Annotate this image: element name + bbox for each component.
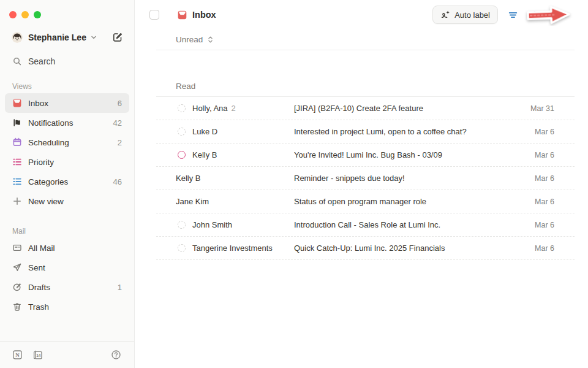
- label-ring-icon: [178, 151, 186, 159]
- page-title: Inbox: [192, 10, 216, 20]
- search-icon: [12, 56, 22, 66]
- contact-status-icon: [178, 104, 186, 112]
- sidebar-item-count: 6: [118, 99, 122, 108]
- main-panel: Inbox Auto label: [135, 0, 588, 368]
- email-subject: Quick Catch-Up: Lumi Inc. 2025 Financial…: [294, 243, 535, 253]
- sidebar-item-notifications[interactable]: Notifications 42: [5, 113, 129, 132]
- contact-status-icon: [178, 244, 186, 252]
- sidebar-item-sent[interactable]: Sent: [5, 258, 129, 277]
- sender-name: Kelly B: [176, 174, 200, 183]
- inbox-icon: [177, 10, 187, 20]
- contact-status-icon: [178, 221, 186, 229]
- email-list: Unread Read Holly, Ana 2 [JIRA] (B2FA-10…: [156, 29, 575, 260]
- inbox-icon: [12, 98, 22, 108]
- thread-count: 2: [232, 104, 236, 113]
- trash-icon: [12, 302, 22, 312]
- chevron-down-icon: [91, 34, 97, 40]
- sidebar-item-scheduling[interactable]: Scheduling 2: [5, 132, 129, 152]
- sidebar: Stephanie Lee Search Views: [0, 0, 135, 368]
- sidebar-item-all-mail[interactable]: All Mail: [5, 238, 129, 258]
- sidebar-item-priority[interactable]: Priority: [5, 152, 129, 172]
- email-subject: Introduction Call - Sales Role at Lumi I…: [294, 220, 535, 229]
- view-title-group: Inbox: [177, 10, 216, 20]
- sidebar-item-label: New view: [28, 197, 64, 206]
- notion-letter: N: [15, 352, 20, 358]
- select-all-checkbox[interactable]: [149, 10, 159, 20]
- views-list: Inbox 6 Notifications 42 Scheduling: [0, 93, 134, 211]
- close-window-button[interactable]: [9, 11, 17, 18]
- contact-status-icon: [178, 128, 186, 136]
- search-button[interactable]: Search: [12, 56, 122, 66]
- sender-name: Luke D: [192, 127, 217, 136]
- sidebar-item-count: 42: [113, 118, 122, 128]
- compose-icon[interactable]: [112, 32, 123, 43]
- user-name: Stephanie Lee: [28, 33, 86, 42]
- sender-name: Kelly B: [192, 150, 217, 159]
- sidebar-item-new-view[interactable]: New view: [5, 191, 129, 211]
- sender-name: Holly, Ana: [192, 104, 228, 113]
- sidebar-item-inbox[interactable]: Inbox 6: [5, 93, 129, 113]
- auto-label-sparkle-icon: [440, 10, 450, 20]
- sender-cell: Kelly B: [176, 174, 294, 183]
- email-row[interactable]: Kelly B Reminder - snippets due today! M…: [156, 167, 575, 190]
- plus-icon: [12, 196, 22, 206]
- email-row[interactable]: Holly, Ana 2 [JIRA] (B2FA-10) Create 2FA…: [156, 97, 575, 120]
- sort-chevrons-icon: [206, 36, 214, 44]
- avatar: [12, 32, 23, 43]
- email-subject: Reminder - snippets due today!: [294, 174, 535, 183]
- sidebar-item-categories[interactable]: Categories 46: [5, 172, 129, 191]
- mail-section-label: Mail: [12, 227, 134, 236]
- sidebar-item-label: Priority: [28, 158, 54, 167]
- email-row[interactable]: Jane Kim Status of open program manager …: [156, 190, 575, 213]
- unread-group-header[interactable]: Unread: [156, 29, 575, 50]
- email-row[interactable]: Kelly B You're Invited! Lumi Inc. Bug Ba…: [156, 144, 575, 167]
- sidebar-item-label: Trash: [28, 302, 49, 312]
- send-icon: [12, 263, 22, 272]
- calendar-day: 14: [36, 353, 41, 358]
- draft-icon: [12, 282, 22, 292]
- sender-cell: John Smith: [176, 220, 294, 229]
- sidebar-item-label: Notifications: [28, 118, 74, 128]
- sender-cell: Jane Kim: [176, 197, 294, 206]
- sidebar-item-label: All Mail: [28, 243, 55, 253]
- notifications-icon: [12, 118, 22, 128]
- sender-cell: Tangerine Investments: [176, 243, 294, 253]
- email-subject: [JIRA] (B2FA-10) Create 2FA feature: [294, 104, 530, 113]
- all-mail-icon: [12, 243, 22, 253]
- calendar-icon: [12, 137, 22, 147]
- read-group-header[interactable]: Read: [156, 76, 575, 97]
- unread-group-label: Unread: [176, 35, 203, 44]
- email-subject: You're Invited! Lumi Inc. Bug Bash - 03/…: [294, 150, 535, 159]
- sender-name: Tangerine Investments: [192, 243, 273, 253]
- email-row[interactable]: Tangerine Investments Quick Catch-Up: Lu…: [156, 237, 575, 260]
- priority-list-icon: [12, 157, 22, 167]
- sidebar-item-drafts[interactable]: Drafts 1: [5, 277, 129, 297]
- sidebar-item-count: 46: [113, 177, 122, 186]
- account-switcher[interactable]: Stephanie Lee: [12, 32, 123, 43]
- refresh-icon[interactable]: [548, 10, 559, 20]
- sidebar-footer: N 14: [0, 341, 134, 368]
- search-label: Search: [28, 56, 55, 66]
- email-date: Mar 6: [535, 151, 554, 159]
- display-settings-icon[interactable]: [528, 10, 538, 20]
- read-group-label: Read: [176, 82, 195, 91]
- email-row[interactable]: John Smith Introduction Call - Sales Rol…: [156, 213, 575, 237]
- minimize-window-button[interactable]: [21, 11, 29, 18]
- auto-label-button-label: Auto label: [454, 10, 490, 20]
- help-icon[interactable]: [111, 350, 121, 360]
- email-row[interactable]: Luke D Interested in project Lumi, open …: [156, 120, 575, 144]
- email-subject: Status of open program manager role: [294, 197, 535, 206]
- email-date: Mar 6: [535, 244, 554, 253]
- window-controls: [0, 0, 134, 18]
- filter-icon[interactable]: [508, 10, 518, 20]
- sidebar-item-label: Scheduling: [28, 138, 69, 147]
- sidebar-item-trash[interactable]: Trash: [5, 297, 129, 316]
- calendar-app-icon[interactable]: 14: [32, 350, 43, 360]
- notion-app-icon[interactable]: N: [12, 350, 23, 360]
- sender-cell: Holly, Ana 2: [176, 104, 294, 113]
- email-date: Mar 6: [535, 221, 554, 229]
- zoom-window-button[interactable]: [34, 11, 41, 18]
- sidebar-item-label: Inbox: [28, 99, 48, 108]
- views-section-label: Views: [12, 82, 134, 91]
- auto-label-button[interactable]: Auto label: [432, 6, 498, 24]
